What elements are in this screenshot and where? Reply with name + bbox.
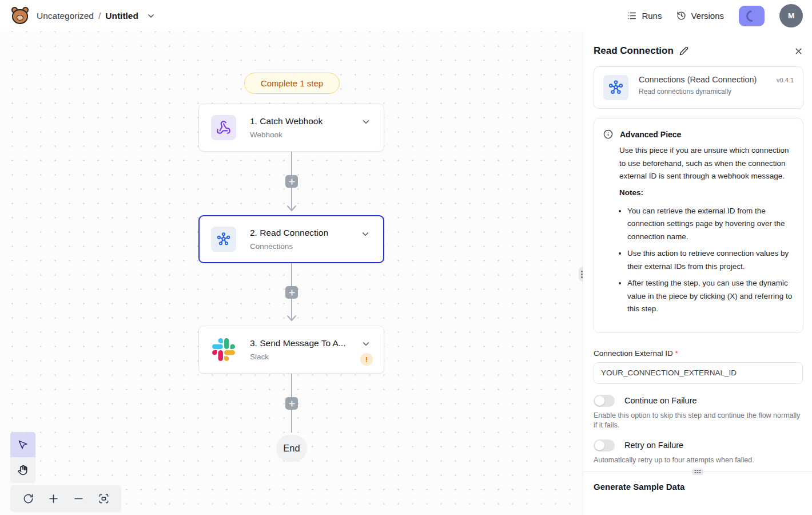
zoom-out-button[interactable] <box>66 486 91 511</box>
plus-icon <box>48 493 59 504</box>
step-title: 2. Read Connection <box>250 228 375 238</box>
incomplete-steps-label: Complete 1 step <box>261 78 323 88</box>
flow-canvas[interactable]: Complete 1 step 1. Catch Webhook Webhook <box>0 31 583 515</box>
webhook-iconbox <box>211 115 236 140</box>
add-step-button[interactable] <box>285 175 298 188</box>
advanced-piece-heading: Advanced Piece <box>620 130 681 139</box>
connections-iconbox <box>603 75 628 100</box>
hand-icon <box>18 465 29 476</box>
reset-zoom-button[interactable] <box>15 486 41 511</box>
chevron-down-icon[interactable] <box>361 117 371 127</box>
connector-1 <box>285 152 298 211</box>
close-panel-button[interactable] <box>794 46 803 56</box>
advanced-piece-card: Advanced Piece Use this piece if you are… <box>594 118 803 333</box>
minus-icon <box>73 493 84 504</box>
connector-3 <box>285 374 298 433</box>
rename-step-button[interactable] <box>679 46 688 56</box>
toggle-knob <box>595 396 604 406</box>
step-title: 1. Catch Webhook <box>250 116 375 126</box>
close-icon <box>794 46 803 56</box>
slack-icon <box>212 338 235 361</box>
generate-sample-data-heading: Generate Sample Data <box>594 482 803 492</box>
step-title: 3. Send Message To A... <box>250 338 375 348</box>
versions-label: Versions <box>691 11 724 21</box>
chevron-down-icon[interactable] <box>361 339 371 349</box>
breadcrumb-separator: / <box>98 11 101 21</box>
plus-icon <box>288 400 296 407</box>
flow-end-node: End <box>276 435 307 462</box>
slack-iconbox <box>211 337 236 362</box>
pan-tool-button[interactable] <box>10 457 35 482</box>
arrowhead-icon <box>286 315 297 322</box>
external-id-label-text: Connection External ID <box>594 349 673 358</box>
fit-view-icon <box>98 493 109 504</box>
piece-name: Connections (Read Connection) <box>639 75 757 84</box>
piece-info-card: Connections (Read Connection) v0.4.1 Rea… <box>594 66 803 109</box>
note-item: Use this action to retrieve connection v… <box>627 247 794 273</box>
avatar-initial: M <box>788 11 794 20</box>
toggle-knob <box>595 441 604 450</box>
step-warning-icon: ! <box>360 353 373 366</box>
connections-iconbox <box>211 227 236 252</box>
external-id-input[interactable] <box>594 362 803 384</box>
end-label: End <box>283 443 300 454</box>
refresh-icon <box>23 493 34 504</box>
continue-on-failure-toggle[interactable] <box>594 395 615 407</box>
runs-list-icon <box>627 11 637 21</box>
flow-title[interactable]: Untitled <box>105 11 138 21</box>
advanced-piece-paragraph: Use this piece if you are unsure which c… <box>619 144 794 183</box>
info-icon <box>603 129 613 139</box>
user-avatar[interactable]: M <box>779 4 803 27</box>
notes-list: You can retrieve the external ID from th… <box>627 205 794 316</box>
panel-title: Read Connection <box>594 45 674 57</box>
notes-heading: Notes: <box>619 188 794 197</box>
cursor-icon <box>18 439 29 450</box>
continue-on-failure-description: Enable this option to skip this step and… <box>594 411 803 430</box>
retry-on-failure-description: Automatically retry up to four attempts … <box>594 455 803 465</box>
select-tool-button[interactable] <box>10 432 35 457</box>
webhook-icon <box>216 120 231 135</box>
connections-hub-icon <box>607 79 624 96</box>
zoom-in-button[interactable] <box>41 486 66 511</box>
breadcrumb-folder[interactable]: Uncategorized <box>37 11 94 21</box>
add-step-button[interactable] <box>285 286 298 299</box>
piece-description: Read connections dynamically <box>639 88 794 96</box>
add-step-button[interactable] <box>285 397 298 410</box>
panel-section-divider <box>583 472 812 472</box>
publish-loading-button[interactable] <box>739 6 765 26</box>
step-subtitle: Slack <box>250 352 375 361</box>
app-logo-bear-icon[interactable] <box>10 6 30 26</box>
plus-icon <box>288 289 296 296</box>
step-settings-panel: Read Connection Connections (Read Connec… <box>583 31 812 515</box>
connector-2 <box>285 263 298 320</box>
canvas-mode-toolbar <box>10 432 35 482</box>
versions-button[interactable]: Versions <box>676 11 724 21</box>
panel-resize-handle[interactable] <box>579 267 583 282</box>
incomplete-steps-pill[interactable]: Complete 1 step <box>244 73 340 94</box>
step-subtitle: Connections <box>250 242 375 251</box>
chevron-down-icon[interactable] <box>146 11 156 21</box>
retry-on-failure-label: Retry on Failure <box>624 441 683 450</box>
chevron-down-icon[interactable] <box>360 229 371 239</box>
step-node-send-slack-message[interactable]: 3. Send Message To A... Slack ! <box>198 326 384 374</box>
plus-icon <box>288 178 296 185</box>
note-item: After testing the step, you can use the … <box>627 277 794 316</box>
connections-hub-icon <box>216 231 232 247</box>
required-asterisk: * <box>675 349 678 358</box>
external-id-label: Connection External ID * <box>594 349 803 358</box>
breadcrumb: Uncategorized / Untitled <box>37 11 156 21</box>
step-node-read-connection[interactable]: 2. Read Connection Connections <box>198 215 384 263</box>
continue-on-failure-label: Continue on Failure <box>624 396 697 405</box>
versions-history-icon <box>676 11 686 21</box>
runs-button[interactable]: Runs <box>627 11 662 21</box>
warning-mark: ! <box>365 355 368 364</box>
fit-to-view-button[interactable] <box>91 486 116 511</box>
retry-on-failure-toggle[interactable] <box>594 439 615 451</box>
canvas-zoom-toolbar <box>10 485 121 512</box>
section-resize-handle[interactable] <box>692 469 704 475</box>
spinner-icon <box>743 7 759 23</box>
step-node-catch-webhook[interactable]: 1. Catch Webhook Webhook <box>198 104 384 152</box>
arrowhead-icon <box>286 205 297 212</box>
pencil-icon <box>679 46 688 56</box>
bear-muzzle <box>17 15 23 21</box>
